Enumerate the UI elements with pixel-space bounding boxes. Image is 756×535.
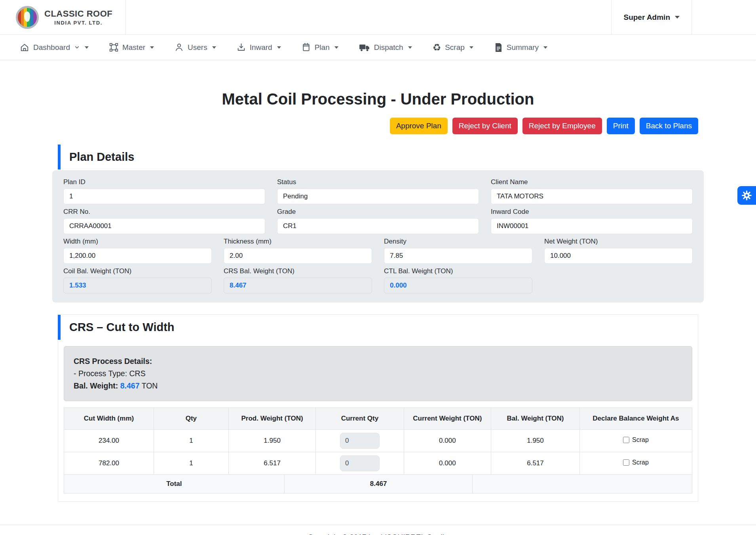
page-footer: Copyright © 2017 | goldSQUIRREL Studio (0, 525, 756, 535)
approve-plan-button[interactable]: Approve Plan (390, 118, 448, 134)
clipboard-icon (302, 43, 311, 52)
brand-name: CLASSIC ROOF (44, 9, 112, 19)
nav-item-dispatch[interactable]: Dispatch (359, 43, 412, 52)
field-client-name: Client Name (491, 178, 693, 204)
current-qty-cell (316, 452, 404, 475)
thickness-input[interactable] (224, 248, 372, 264)
topbar-right-pad (692, 0, 756, 34)
scrap-option[interactable]: Scrap (623, 436, 649, 444)
total-label: Total (64, 475, 285, 493)
total-value: 8.467 (285, 475, 473, 493)
field-label: Width (mm) (63, 238, 212, 246)
field-ctl-bal-weight: CTL Bal. Weight (TON) (384, 267, 532, 293)
nav-label: Dispatch (374, 43, 403, 52)
recycle-icon: ♻ (433, 43, 441, 52)
field-label: Client Name (491, 178, 693, 186)
nav-label: Dashboard (33, 43, 70, 52)
qty-cell: 1 (154, 452, 228, 475)
chevron-down-icon (74, 44, 80, 50)
crs-process-details: CRS Process Details: - Process Type: CRS… (64, 346, 692, 401)
field-label: Thickness (mm) (224, 238, 372, 246)
current-qty-input[interactable] (340, 455, 380, 471)
crs-table: Cut Width (mm) Qty Prod. Weight (TON) Cu… (64, 407, 692, 475)
bal-weight-value: 8.467 (120, 381, 140, 390)
field-coil-bal-weight: Coil Bal. Weight (TON) (63, 267, 212, 293)
field-status: Status (277, 178, 479, 204)
nav-item-scrap[interactable]: ♻ Scrap (433, 43, 473, 52)
col-current-weight: Current Weight (TON) (404, 408, 491, 430)
nav-label: Users (188, 43, 207, 52)
brand-text: CLASSIC ROOF INDIA PVT. LTD. (44, 9, 112, 26)
brand[interactable]: CLASSIC ROOF INDIA PVT. LTD. (0, 0, 126, 34)
gear-icon (741, 190, 752, 201)
caret-down-icon (469, 46, 473, 49)
density-input[interactable] (384, 248, 532, 264)
copyright-text: Copyright © 2017 | goldSQUIRREL Studio (308, 533, 448, 535)
print-button[interactable]: Print (607, 118, 635, 134)
field-grade: Grade (277, 208, 479, 234)
crs-bal-weight-input (224, 278, 372, 293)
table-row: 782.00 1 6.517 0.000 6.517 Scrap (64, 452, 692, 475)
nav-item-dashboard[interactable]: Dashboard (20, 43, 89, 52)
plan-id-input[interactable] (63, 188, 265, 204)
col-prod-weight: Prod. Weight (TON) (228, 408, 316, 430)
scrap-checkbox[interactable] (623, 459, 629, 466)
process-title: CRS Process Details: (74, 355, 682, 367)
scrap-label: Scrap (632, 436, 649, 444)
nav-item-plan[interactable]: Plan (302, 43, 338, 52)
truck-icon (359, 43, 370, 52)
inward-code-input[interactable] (491, 218, 693, 234)
scrap-checkbox[interactable] (623, 437, 629, 443)
reject-by-client-button[interactable]: Reject by Client (452, 118, 518, 134)
nav-label: Inward (250, 43, 272, 52)
user-menu-label: Super Admin (623, 13, 670, 22)
field-label: Grade (277, 208, 479, 216)
cut-width-cell: 782.00 (64, 452, 154, 475)
nav-item-users[interactable]: Users (175, 43, 216, 52)
current-qty-input[interactable] (340, 433, 380, 449)
bal-weight-cell: 6.517 (491, 452, 580, 475)
reject-by-employee-button[interactable]: Reject by Employee (522, 118, 602, 134)
nav-label: Summary (507, 43, 539, 52)
net-weight-input[interactable] (544, 248, 693, 264)
field-crs-bal-weight: CRS Bal. Weight (TON) (224, 267, 372, 293)
caret-down-icon (408, 46, 412, 49)
col-current-qty: Current Qty (316, 408, 404, 430)
field-label: Inward Code (491, 208, 693, 216)
status-input[interactable] (277, 188, 479, 204)
current-qty-cell (316, 430, 404, 452)
field-net-weight: Net Weight (TON) (544, 238, 693, 264)
field-width: Width (mm) (63, 238, 212, 264)
person-icon (175, 43, 184, 52)
prod-weight-cell: 1.950 (228, 430, 316, 452)
topbar-spacer (126, 0, 611, 34)
field-thickness: Thickness (mm) (224, 238, 372, 264)
caret-down-icon (675, 16, 680, 19)
client-name-input[interactable] (491, 188, 693, 204)
crs-section: CRS – Cut to Width CRS Process Details: … (58, 314, 698, 502)
table-row: 234.00 1 1.950 0.000 1.950 Scrap (64, 430, 692, 452)
box-arrow-in-down-icon (237, 43, 246, 52)
nav-item-inward[interactable]: Inward (237, 43, 281, 52)
back-to-plans-button[interactable]: Back to Plans (640, 118, 698, 134)
field-plan-id: Plan ID (63, 178, 265, 204)
settings-button[interactable] (737, 186, 756, 205)
bal-weight-label: Bal. Weight: (74, 381, 118, 390)
total-empty-cell (473, 475, 692, 493)
main-nav: Dashboard Master Users Inward Plan (0, 35, 756, 60)
nav-item-summary[interactable]: Summary (494, 43, 547, 52)
grade-input[interactable] (277, 218, 479, 234)
coil-bal-weight-input (63, 278, 212, 293)
caret-down-icon (543, 46, 547, 49)
width-input[interactable] (63, 248, 212, 264)
user-menu[interactable]: Super Admin (611, 0, 692, 34)
plan-details-panel: Plan ID Status Client Name CRR No. (52, 170, 704, 303)
field-density: Density (384, 238, 532, 264)
col-qty: Qty (154, 408, 228, 430)
nav-item-master[interactable]: Master (109, 43, 154, 52)
scrap-option[interactable]: Scrap (623, 459, 649, 466)
crr-no-input[interactable] (63, 218, 265, 234)
field-label: Net Weight (TON) (544, 238, 693, 246)
brand-subtitle: INDIA PVT. LTD. (44, 20, 112, 26)
plan-details-section: Plan Details Plan ID Status Client Name (52, 145, 704, 303)
